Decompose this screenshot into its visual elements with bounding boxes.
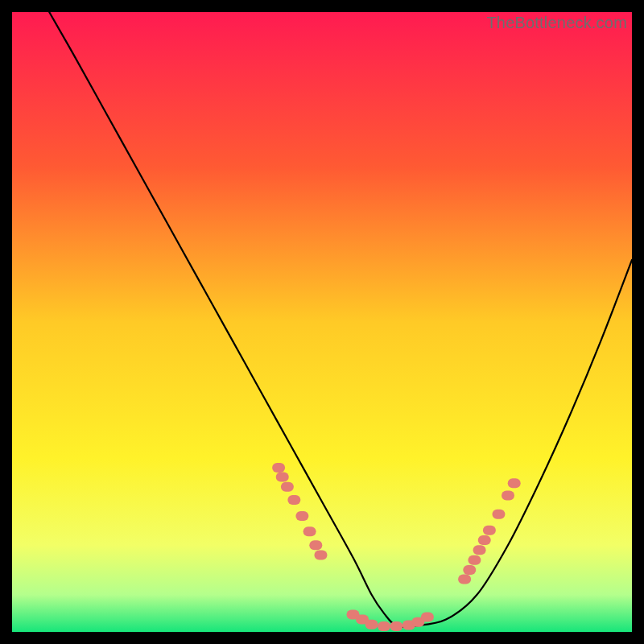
data-marker [478,535,491,545]
data-marker [309,540,322,550]
data-marker [463,565,476,575]
data-marker [378,621,390,631]
data-marker [303,526,316,536]
data-marker [276,473,289,482]
data-marker [281,482,294,492]
watermark-text: TheBottleneck.com [486,14,627,32]
data-marker [272,463,285,473]
data-marker [502,491,514,501]
data-marker [365,620,378,630]
chart-frame: TheBottleneck.com [12,12,632,632]
data-marker [287,495,300,505]
data-marker [483,526,496,535]
data-marker [421,613,434,622]
data-marker [295,511,308,521]
bottleneck-chart [12,12,632,632]
gradient-background [12,12,632,632]
data-marker [314,551,327,560]
data-marker [492,510,505,519]
data-marker [390,621,402,631]
data-marker [468,555,481,565]
data-marker [458,575,471,584]
data-marker [508,478,521,488]
data-marker [473,545,486,555]
